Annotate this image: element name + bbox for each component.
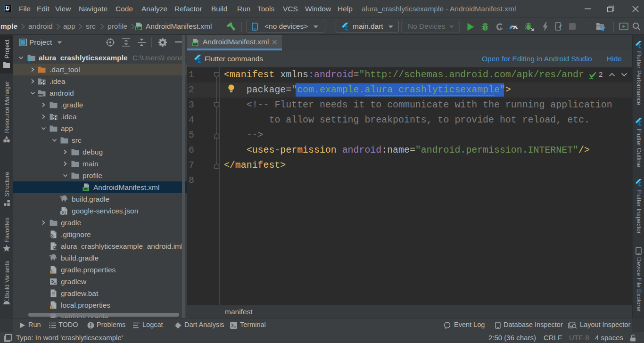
svg-text:{0}: {0} [60,211,66,215]
svg-text:MF: MF [136,26,141,31]
